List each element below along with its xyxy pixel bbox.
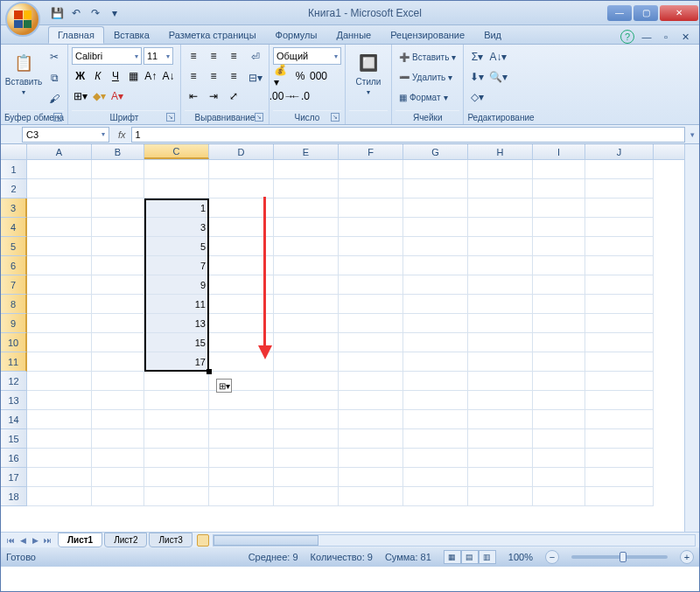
cell-B10[interactable] xyxy=(92,333,144,352)
cell-H9[interactable] xyxy=(468,314,533,333)
cell-A17[interactable] xyxy=(27,468,92,487)
row-header-16[interactable]: 16 xyxy=(1,449,27,468)
font-name-combo[interactable]: Calibri▾ xyxy=(72,47,142,65)
launcher-icon[interactable]: ↘ xyxy=(331,113,340,122)
decrease-indent-button[interactable]: ⇤ xyxy=(185,87,202,105)
tab-review[interactable]: Рецензирование xyxy=(381,26,474,44)
cell-F17[interactable] xyxy=(339,468,403,487)
cell-A8[interactable] xyxy=(27,295,92,314)
cell-E1[interactable] xyxy=(274,160,339,179)
cut-button[interactable]: ✂ xyxy=(45,47,64,66)
align-top-button[interactable]: ≡ xyxy=(185,47,202,65)
help-icon[interactable]: ? xyxy=(620,30,634,44)
tab-view[interactable]: Вид xyxy=(474,26,511,44)
zoom-level[interactable]: 100% xyxy=(508,552,533,562)
cell-C15[interactable] xyxy=(144,429,209,449)
cell-B3[interactable] xyxy=(92,198,144,218)
column-header-I[interactable]: I xyxy=(533,144,585,159)
row-header-10[interactable]: 10 xyxy=(1,333,27,352)
cell-F9[interactable] xyxy=(339,314,403,333)
cell-F12[interactable] xyxy=(339,372,403,391)
copy-button[interactable]: ⧉ xyxy=(45,68,64,87)
borders-button[interactable]: ⊞▾ xyxy=(72,87,89,105)
launcher-icon[interactable]: ↘ xyxy=(53,113,62,122)
cell-E16[interactable] xyxy=(274,449,339,468)
normal-view-button[interactable]: ▦ xyxy=(444,550,461,564)
cell-D17[interactable] xyxy=(209,468,274,487)
cell-J5[interactable] xyxy=(585,237,654,256)
cell-F18[interactable] xyxy=(339,487,403,506)
cell-C6[interactable]: 7 xyxy=(144,256,209,275)
tab-insert[interactable]: Вставка xyxy=(104,26,159,44)
merge-button[interactable]: ⊟▾ xyxy=(246,68,265,87)
cell-G9[interactable] xyxy=(403,314,468,333)
align-right-button[interactable]: ≡ xyxy=(225,67,242,85)
cell-G17[interactable] xyxy=(403,468,468,487)
cell-J8[interactable] xyxy=(585,295,654,314)
cell-H7[interactable] xyxy=(468,275,533,295)
cell-B8[interactable] xyxy=(92,295,144,314)
cell-I10[interactable] xyxy=(533,333,585,352)
row-header-1[interactable]: 1 xyxy=(1,160,27,179)
zoom-in-button[interactable]: + xyxy=(680,550,694,564)
column-header-A[interactable]: A xyxy=(27,144,92,159)
underline-button[interactable]: Ч xyxy=(107,67,123,85)
cell-A16[interactable] xyxy=(27,449,92,468)
cell-I15[interactable] xyxy=(533,429,585,449)
tab-layout[interactable]: Разметка страницы xyxy=(159,26,266,44)
qat-dropdown[interactable]: ▾ xyxy=(106,4,123,22)
cell-E4[interactable] xyxy=(274,218,339,237)
cell-G7[interactable] xyxy=(403,275,468,295)
row-header-6[interactable]: 6 xyxy=(1,256,27,275)
cell-F6[interactable] xyxy=(339,256,403,275)
cell-A1[interactable] xyxy=(27,160,92,179)
cell-A18[interactable] xyxy=(27,487,92,506)
align-left-button[interactable]: ≡ xyxy=(185,67,202,85)
cell-A11[interactable] xyxy=(27,352,92,372)
tab-home[interactable]: Главная xyxy=(48,26,104,44)
formula-input[interactable]: 1 xyxy=(131,127,685,143)
cell-E13[interactable] xyxy=(274,391,339,410)
row-header-18[interactable]: 18 xyxy=(1,487,27,506)
cell-E10[interactable] xyxy=(274,333,339,352)
cell-H12[interactable] xyxy=(468,372,533,391)
column-header-B[interactable]: B xyxy=(92,144,144,159)
cell-E14[interactable] xyxy=(274,410,339,429)
cell-B11[interactable] xyxy=(92,352,144,372)
row-header-3[interactable]: 3 xyxy=(1,198,27,218)
cell-E18[interactable] xyxy=(274,487,339,506)
minimize-ribbon-button[interactable]: — xyxy=(640,30,654,44)
cell-D16[interactable] xyxy=(209,449,274,468)
cell-I8[interactable] xyxy=(533,295,585,314)
grow-font-button[interactable]: A↑ xyxy=(143,67,159,85)
cell-B16[interactable] xyxy=(92,449,144,468)
row-header-5[interactable]: 5 xyxy=(1,237,27,256)
name-box[interactable]: C3▾ xyxy=(22,127,109,143)
row-header-17[interactable]: 17 xyxy=(1,468,27,487)
fill-handle[interactable] xyxy=(206,369,212,374)
prev-sheet-button[interactable]: ◀ xyxy=(17,536,29,545)
cell-C16[interactable] xyxy=(144,449,209,468)
expand-formula-bar-button[interactable]: ▾ xyxy=(685,130,699,139)
cell-C10[interactable]: 15 xyxy=(144,333,209,352)
cell-B2[interactable] xyxy=(92,179,144,198)
cell-C17[interactable] xyxy=(144,468,209,487)
cell-F4[interactable] xyxy=(339,218,403,237)
find-button[interactable]: 🔍▾ xyxy=(488,67,508,87)
fx-icon[interactable]: fx xyxy=(113,129,131,140)
cell-C18[interactable] xyxy=(144,487,209,506)
row-header-9[interactable]: 9 xyxy=(1,314,27,333)
cell-E5[interactable] xyxy=(274,237,339,256)
column-header-G[interactable]: G xyxy=(403,144,468,159)
cell-B6[interactable] xyxy=(92,256,144,275)
cell-H4[interactable] xyxy=(468,218,533,237)
cell-E2[interactable] xyxy=(274,179,339,198)
cell-B13[interactable] xyxy=(92,391,144,410)
cell-B12[interactable] xyxy=(92,372,144,391)
cell-H5[interactable] xyxy=(468,237,533,256)
first-sheet-button[interactable]: ⏮ xyxy=(4,536,17,545)
maximize-button[interactable]: ▢ xyxy=(634,5,658,21)
font-color-button[interactable]: A▾ xyxy=(108,87,126,105)
cell-J11[interactable] xyxy=(585,352,654,372)
cell-J10[interactable] xyxy=(585,333,654,352)
